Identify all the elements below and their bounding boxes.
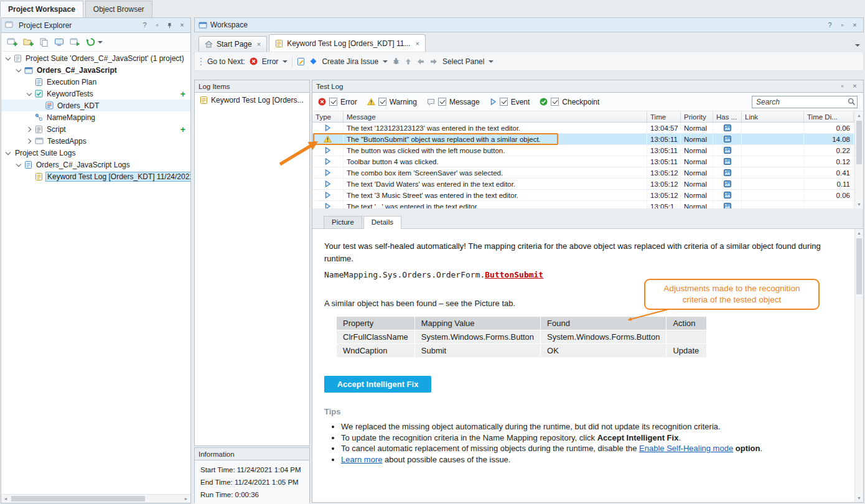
tab-picture[interactable]: Picture <box>324 216 362 228</box>
tree-item[interactable]: Project Suite 'Orders_C#_JavaScript' (1 … <box>1 52 190 64</box>
scrollbar-thumb[interactable] <box>856 121 862 164</box>
toolbar-grip-icon[interactable] <box>200 57 203 67</box>
float-window-icon[interactable]: ▫ <box>152 21 162 30</box>
tree-item[interactable]: Script+ <box>1 123 190 135</box>
log-item[interactable]: Keyword Test Log [Orders... <box>195 93 309 108</box>
close-icon[interactable]: × <box>177 21 187 30</box>
tree-item[interactable]: Project Suite Logs <box>1 147 190 159</box>
add-new-item-button[interactable] <box>7 37 17 47</box>
tab-details[interactable]: Details <box>363 216 401 229</box>
filter-checkbox[interactable] <box>551 98 559 106</box>
column-header[interactable]: Has ... <box>713 111 742 122</box>
filter-event[interactable]: Event <box>490 98 530 106</box>
filter-checkbox[interactable] <box>378 98 386 106</box>
column-header[interactable]: Time <box>647 111 681 122</box>
filter-warning[interactable]: Warning <box>367 98 417 106</box>
expander-icon[interactable] <box>5 55 11 62</box>
run-test-button[interactable] <box>70 37 80 47</box>
scroll-left-icon[interactable]: ◄ <box>1 495 10 503</box>
filter-checkbox[interactable] <box>438 98 446 106</box>
scroll-up-icon[interactable]: ▲ <box>855 229 863 237</box>
float-window-icon[interactable]: ▫ <box>838 21 847 30</box>
back-arrow-icon[interactable] <box>416 58 425 65</box>
expander-icon[interactable] <box>26 91 32 97</box>
scroll-down-icon[interactable]: ▼ <box>855 200 863 208</box>
tree-item[interactable]: Orders_KDT <box>1 100 190 111</box>
details-scrollbar[interactable]: ▲ ▼ <box>854 229 863 502</box>
add-child-icon[interactable]: + <box>180 90 185 98</box>
column-header[interactable]: Priority <box>681 111 713 122</box>
tree-item[interactable]: TestedApps <box>1 135 190 147</box>
horizontal-scrollbar[interactable]: ◄ ► <box>1 494 190 503</box>
expander-icon[interactable] <box>26 126 32 133</box>
add-existing-item-button[interactable] <box>23 37 34 47</box>
log-row[interactable]: The text '3 Music Street' was entered in… <box>312 190 854 201</box>
column-header[interactable]: Time Di... <box>804 111 854 122</box>
column-header[interactable]: Type <box>312 111 344 122</box>
filter-error[interactable]: Error <box>318 98 357 106</box>
float-window-icon[interactable]: ▫ <box>838 82 847 91</box>
column-header[interactable]: Link <box>742 111 804 122</box>
log-row[interactable]: The button was clicked with the left mou… <box>312 145 854 156</box>
column-header[interactable]: Message <box>344 111 647 122</box>
chevron-down-icon[interactable] <box>383 60 388 63</box>
help-icon[interactable]: ? <box>140 21 149 30</box>
tab-keyword-test-log[interactable]: Keyword Test Log [Orders_KDT] 11... × <box>269 34 426 52</box>
scrollbar-thumb[interactable] <box>856 238 862 294</box>
bug-icon[interactable] <box>392 57 400 65</box>
create-jira-issue-button[interactable]: Create Jira Issue <box>322 57 378 66</box>
add-child-icon[interactable]: + <box>180 125 185 134</box>
scrollbar-thumb[interactable] <box>11 496 145 502</box>
log-row[interactable]: The combo box item 'ScreenSaver' was sel… <box>312 167 854 179</box>
filter-message[interactable]: Message <box>427 98 480 106</box>
expander-icon[interactable] <box>26 138 32 144</box>
pin-icon[interactable] <box>165 21 174 30</box>
export-log-icon[interactable] <box>404 58 412 65</box>
report-icon[interactable] <box>297 57 305 66</box>
log-row[interactable]: The text '123123123123' was entered in t… <box>312 123 854 134</box>
help-icon[interactable]: ? <box>825 21 835 30</box>
search-input[interactable] <box>752 96 858 108</box>
chevron-down-icon[interactable] <box>283 60 288 63</box>
search-icon[interactable] <box>848 98 856 106</box>
chevron-down-icon[interactable] <box>489 60 493 63</box>
tab-start-page[interactable]: Start Page × <box>199 36 267 52</box>
object-browser-button[interactable] <box>54 38 64 47</box>
tab-list-dropdown-icon[interactable] <box>855 44 860 47</box>
tip-link[interactable]: Enable Self-Healing mode <box>639 444 733 453</box>
close-tab-icon[interactable]: × <box>257 40 261 48</box>
expander-icon[interactable] <box>16 162 22 168</box>
tree-item[interactable]: Orders_C#_JavaScript Logs <box>1 159 190 170</box>
tree-item[interactable]: Orders_C#_JavaScript <box>1 64 190 76</box>
log-row[interactable]: The "ButtonSubmit" object was replaced w… <box>312 134 854 145</box>
log-row[interactable]: The text 'David Waters' was entered in t… <box>312 179 854 190</box>
tree-item[interactable]: Execution Plan <box>1 76 190 88</box>
log-table-scrollbar[interactable]: ▲ ▼ <box>854 111 863 208</box>
tree-item[interactable]: NameMapping <box>1 111 190 123</box>
accept-intelligent-fix-button[interactable]: Accept Intelligent Fix <box>324 376 431 393</box>
scroll-down-icon[interactable]: ▼ <box>855 494 863 502</box>
close-icon[interactable]: × <box>850 21 859 30</box>
filter-checkbox[interactable] <box>500 98 508 106</box>
tree-item[interactable]: KeywordTests+ <box>1 88 190 100</box>
copy-item-button[interactable] <box>39 37 49 47</box>
filter-checkbox[interactable] <box>329 98 337 106</box>
close-tab-icon[interactable]: × <box>415 40 419 47</box>
expander-icon[interactable] <box>16 67 22 73</box>
tab-object-browser[interactable]: Object Browser <box>85 1 152 17</box>
select-panel-button[interactable]: Select Panel <box>442 57 484 66</box>
scroll-up-icon[interactable]: ▲ <box>855 111 863 119</box>
go-to-next-error-button[interactable]: Error <box>262 57 279 66</box>
scroll-right-icon[interactable]: ► <box>182 495 190 503</box>
expander-icon[interactable] <box>5 150 11 156</box>
tab-project-workspace[interactable]: Project Workspace <box>0 1 83 17</box>
filter-checkpoint[interactable]: Checkpoint <box>540 98 599 106</box>
workspace-header: Workspace ? ▫ × <box>195 18 863 32</box>
run-project-button[interactable] <box>86 37 103 47</box>
forward-arrow-icon[interactable] <box>429 58 438 65</box>
log-row[interactable]: Toolbar button 4 was clicked.13:05:11Nor… <box>312 156 854 167</box>
log-row[interactable]: The text '...' was entered in the text e… <box>312 201 854 208</box>
tip-link[interactable]: Learn more <box>341 455 382 464</box>
tree-item[interactable]: Keyword Test Log [Orders_KDT] 11/24/2021… <box>1 170 190 182</box>
close-icon[interactable]: × <box>850 82 859 91</box>
